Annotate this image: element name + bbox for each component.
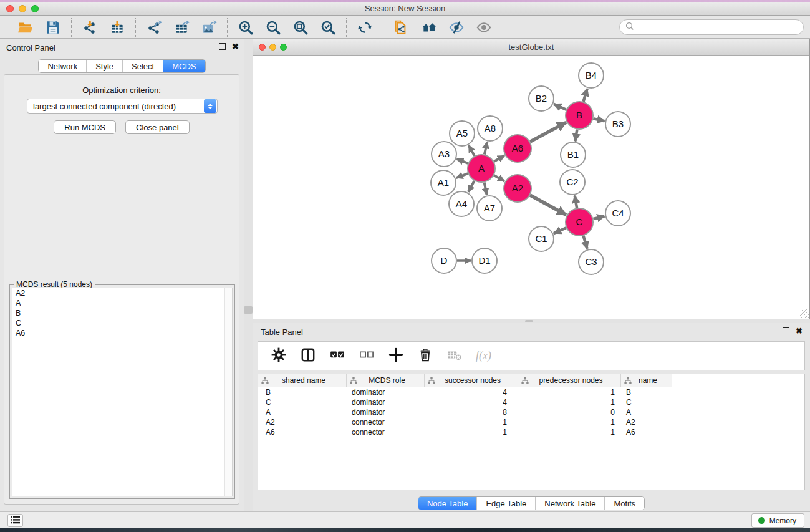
table-cell[interactable]: A6: [621, 428, 672, 437]
mcds-result-item[interactable]: B: [12, 308, 232, 318]
graph-edge-A-A8[interactable]: [485, 142, 487, 155]
table-cell[interactable]: 4: [425, 388, 518, 397]
save-button[interactable]: [44, 19, 62, 36]
table-cell[interactable]: 1: [518, 418, 621, 427]
horizontal-splitter-handle[interactable]: [525, 320, 533, 322]
graph-node-A3[interactable]: A3: [432, 142, 456, 167]
tab-edge-table[interactable]: Edge Table: [476, 497, 535, 510]
mcds-result-item[interactable]: A2: [12, 288, 232, 298]
tab-network-table[interactable]: Network Table: [535, 497, 604, 510]
table-cell[interactable]: 1: [425, 428, 518, 437]
show-graphics-eye-button[interactable]: [475, 19, 493, 36]
graph-node-B1[interactable]: B1: [561, 142, 586, 167]
export-table-button[interactable]: [172, 19, 191, 36]
table-close-panel-icon[interactable]: ✖: [796, 327, 803, 334]
table-cell[interactable]: B: [621, 388, 672, 397]
minimize-window-button[interactable]: [19, 5, 26, 12]
graph-edge-A-A5[interactable]: [469, 145, 475, 156]
graph-edge-A-A1[interactable]: [456, 173, 468, 178]
column-header-MCDS-role[interactable]: MCDS role: [347, 374, 425, 387]
table-row[interactable]: A2connector11A2: [258, 417, 804, 427]
column-header-shared-name[interactable]: shared name: [258, 374, 347, 387]
column-header-successor-nodes[interactable]: successor nodes: [425, 374, 518, 387]
graph-node-A2[interactable]: A2: [504, 175, 531, 202]
mcds-result-item[interactable]: A6: [12, 328, 232, 338]
import-network-button[interactable]: [80, 19, 99, 36]
table-cell[interactable]: A6: [258, 428, 347, 437]
import-table-button[interactable]: [108, 19, 127, 36]
graph-node-A[interactable]: A: [468, 155, 495, 182]
search-box[interactable]: [619, 19, 804, 35]
table-cell[interactable]: connector: [347, 418, 425, 427]
graph-edge-A-A2[interactable]: [494, 175, 504, 181]
zoom-out-button[interactable]: [264, 19, 282, 36]
add-column-button[interactable]: [388, 348, 404, 364]
mcds-result-item[interactable]: A: [12, 298, 232, 308]
table-row[interactable]: Cdominator41C: [258, 397, 804, 407]
table-cell[interactable]: A: [621, 408, 672, 417]
graph-edge-B-B2[interactable]: [554, 104, 566, 110]
graph-edge-A2-C[interactable]: [530, 195, 566, 215]
clear-checks-button[interactable]: [359, 348, 375, 364]
table-cell[interactable]: 1: [425, 418, 518, 427]
hide-graphics-eye-button[interactable]: [447, 19, 466, 36]
column-layout-button[interactable]: [300, 348, 316, 364]
list-scrollbar[interactable]: [224, 288, 232, 496]
graph-edge-B-B1[interactable]: [575, 130, 577, 142]
table-cell[interactable]: C: [258, 398, 347, 407]
graph-edge-C-C2[interactable]: [575, 196, 577, 208]
table-cell[interactable]: dominator: [347, 398, 425, 407]
run-mcds-button[interactable]: Run MCDS: [54, 120, 116, 134]
graph-node-D[interactable]: D: [432, 248, 456, 273]
table-cell[interactable]: C: [621, 398, 672, 407]
graph-edge-C-C4[interactable]: [593, 216, 604, 219]
optimization-select[interactable]: largest connected component (directed): [27, 99, 218, 114]
table-row[interactable]: Bdominator41B: [258, 387, 804, 397]
table-cell[interactable]: 8: [425, 408, 518, 417]
graph-node-C4[interactable]: C4: [605, 201, 630, 226]
export-network-button[interactable]: [145, 19, 163, 36]
search-input[interactable]: [635, 21, 803, 34]
table-cell[interactable]: 1: [518, 428, 621, 437]
table-cell[interactable]: 0: [518, 408, 621, 417]
table-cell[interactable]: A2: [621, 418, 672, 427]
graph-node-C[interactable]: C: [566, 208, 593, 236]
graph-node-A8[interactable]: A8: [478, 116, 503, 141]
column-header-predecessor-nodes[interactable]: predecessor nodes: [518, 374, 621, 387]
new-network-selection-button[interactable]: [392, 19, 411, 36]
delete-column-trash-button[interactable]: [417, 348, 433, 364]
table-cell[interactable]: connector: [347, 428, 425, 437]
table-cell[interactable]: 1: [518, 398, 621, 407]
zoom-selected-button[interactable]: [319, 19, 337, 36]
table-row[interactable]: Adominator80A: [258, 407, 804, 417]
tab-motifs[interactable]: Motifs: [604, 497, 644, 510]
zoom-in-button[interactable]: [236, 19, 255, 36]
export-image-button[interactable]: [200, 19, 218, 36]
graph-node-C3[interactable]: C3: [579, 249, 604, 274]
tab-mcds[interactable]: MCDS: [163, 60, 205, 72]
task-history-button[interactable]: [7, 514, 23, 527]
graph-edge-C-C3[interactable]: [584, 236, 587, 249]
tab-select[interactable]: Select: [122, 60, 163, 72]
table-cell[interactable]: dominator: [347, 408, 425, 417]
column-header-name[interactable]: name: [621, 374, 672, 387]
graph-node-C2[interactable]: C2: [560, 170, 585, 195]
close-window-button[interactable]: [6, 5, 14, 12]
graph-edge-C-C1[interactable]: [554, 228, 566, 233]
table-cell[interactable]: B: [258, 388, 347, 397]
maximize-window-button[interactable]: [31, 5, 39, 12]
float-panel-icon[interactable]: [219, 43, 226, 50]
network-close-button[interactable]: [259, 44, 266, 51]
zoom-fit-button[interactable]: [291, 19, 310, 36]
graph-edge-A-A7[interactable]: [485, 183, 487, 195]
window-resize-grip[interactable]: [800, 309, 809, 318]
table-cell[interactable]: A: [258, 408, 347, 417]
network-canvas[interactable]: B4B2BB3A8A5A6A3B1AA1C2A2A4A7C4CC1C3DD1: [254, 56, 809, 318]
close-panel-icon[interactable]: ✖: [232, 43, 239, 50]
graph-node-A1[interactable]: A1: [431, 170, 456, 195]
graph-node-B[interactable]: B: [566, 102, 593, 129]
graph-node-A6[interactable]: A6: [504, 135, 531, 162]
close-panel-button[interactable]: Close panel: [125, 120, 190, 134]
graph-edge-A6-B[interactable]: [530, 122, 566, 142]
tab-node-table[interactable]: Node Table: [418, 497, 477, 510]
